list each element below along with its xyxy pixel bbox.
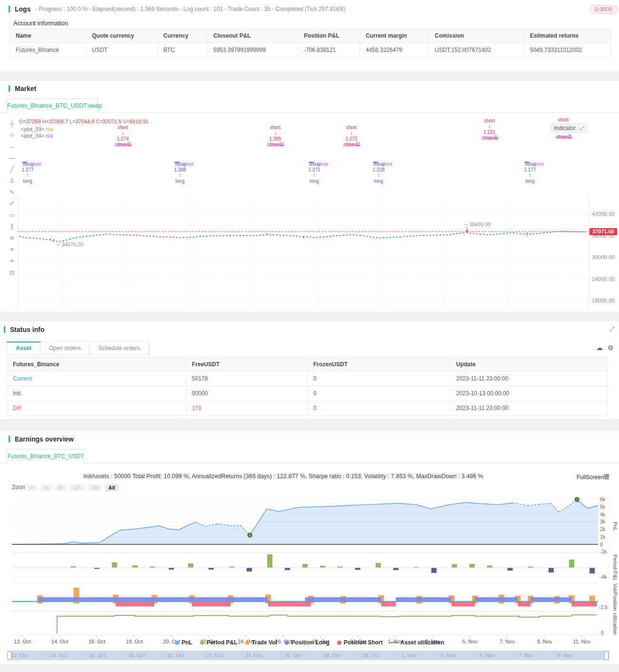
plot-legend-row: <plot_34> n/a — [21, 132, 53, 139]
period-pnl-bar[interactable] — [320, 566, 325, 568]
period-pnl-bar[interactable] — [267, 554, 272, 568]
fullscreen-button[interactable]: FullScreen — [577, 474, 604, 481]
status-row: Init5000002023-10-13 00:00:00 — [7, 386, 608, 401]
legend-item-trade-vol[interactable]: Trade Vol — [245, 639, 277, 646]
status-cell: Init — [7, 386, 186, 401]
logs-meta: - Progress : 100.0 % - Elapsed(second) :… — [35, 6, 345, 12]
svg-text:42000.00: 42000.00 — [592, 211, 615, 217]
range-navigator[interactable]: 12. Oct14. Oct16. Oct18. Oct20. Oct22. O… — [7, 651, 609, 660]
legend-item-position-long[interactable]: Position Long — [285, 639, 329, 646]
period-pnl-bar[interactable] — [393, 568, 399, 570]
position-short-band[interactable] — [518, 602, 530, 607]
period-pnl-bar[interactable] — [209, 568, 214, 570]
period-pnl-bar[interactable] — [285, 568, 290, 570]
status-tab-open-orders[interactable]: Open orders — [40, 342, 90, 354]
period-pnl-bar[interactable] — [589, 568, 595, 573]
period-pnl-bar[interactable] — [302, 564, 308, 568]
svg-text:2k: 2k — [600, 526, 606, 532]
utilization-pane: 0 — [57, 615, 604, 636]
svg-text:-1k: -1k — [600, 549, 607, 554]
zoom-button-8h[interactable]: 8h — [55, 484, 67, 491]
navigator-left-handle[interactable] — [7, 652, 11, 660]
indicator-button[interactable]: Indicator ⤢ — [550, 123, 588, 133]
pnl-marker-dot[interactable] — [248, 533, 252, 537]
legend-item-pnl[interactable]: PnL — [175, 639, 192, 646]
navigator-label: 22. Oct — [206, 651, 223, 660]
period-pnl-bar[interactable] — [247, 568, 252, 572]
position-long-band[interactable] — [396, 597, 451, 602]
status-cell[interactable]: Current — [7, 371, 186, 386]
account-cell: 4458.3226479 — [360, 43, 429, 58]
position-short-band[interactable] — [116, 602, 154, 607]
collapse-icon[interactable]: ⤢ — [609, 325, 614, 333]
zoom-button-3h[interactable]: 3h — [40, 484, 52, 491]
period-pnl-bar[interactable] — [169, 568, 174, 570]
earnings-accent-bar — [9, 436, 10, 442]
period-pnl-bar[interactable] — [112, 562, 117, 568]
position-short-band[interactable] — [572, 602, 597, 607]
position-short-band[interactable] — [451, 602, 475, 607]
earnings-chart: 6k5k4k3k2k1k0-1k-4k-2.50PnLPeriod P&LVol… — [0, 495, 619, 648]
svg-text:3k: 3k — [600, 519, 606, 524]
position-long-band[interactable] — [530, 597, 571, 602]
position-short-band[interactable] — [192, 602, 230, 607]
navigator-label: 26. Oct — [284, 651, 301, 660]
chart-menu-icon[interactable]: ≣ — [603, 472, 609, 481]
period-pnl-bar[interactable] — [188, 563, 193, 568]
period-pnl-bar[interactable] — [431, 568, 437, 573]
zoom-button-24h[interactable]: 24h — [87, 484, 102, 491]
status-cell: 50000 — [186, 386, 308, 401]
candlestick-series — [20, 227, 585, 243]
period-pnl-bar[interactable] — [549, 568, 554, 572]
navigator-label: 9. Nov — [558, 651, 573, 660]
svg-text:-2.5: -2.5 — [599, 604, 608, 610]
utilization-line — [57, 615, 597, 633]
period-pnl-bar[interactable] — [376, 563, 381, 568]
logs-title: Logs — [15, 5, 30, 13]
settings-gear-icon[interactable]: ⚙ — [608, 344, 614, 351]
period-pnl-bar[interactable] — [487, 566, 492, 568]
navigator-label: 18. Oct — [128, 651, 145, 660]
close-price-line — [20, 231, 584, 241]
legend-dot-icon — [175, 641, 179, 645]
download-icon[interactable]: ☁ — [596, 344, 603, 351]
expand-icon[interactable]: ⤢ — [579, 125, 584, 131]
status-tab-schedule-orders[interactable]: Schedule orders — [90, 342, 149, 354]
position-long-band[interactable] — [305, 597, 381, 602]
section-divider — [0, 312, 619, 321]
navigator-label: 12. Oct — [11, 651, 28, 660]
svg-text:30000.00: 30000.00 — [592, 254, 615, 260]
position-short-band[interactable] — [268, 602, 311, 607]
position-long-band[interactable] — [38, 597, 268, 602]
position-short-band[interactable] — [381, 602, 396, 607]
pnl-marker-dot[interactable] — [575, 497, 579, 501]
plot-legend-row: <plot_33> n/a — [21, 126, 53, 132]
zoom-button-12h[interactable]: 12h — [70, 484, 85, 491]
period-pnl-bar[interactable] — [569, 560, 574, 568]
period-pnl-bar[interactable] — [469, 564, 475, 568]
navigator-label: 7. Nov — [519, 651, 534, 660]
navigator-label: 30. Oct — [362, 651, 379, 660]
legend-item-period-p-l[interactable]: Period P&L — [200, 639, 238, 646]
legend-item-position-short[interactable]: Position Short — [337, 639, 383, 646]
navigator-label: 5. Nov — [479, 651, 495, 660]
period-pnl-bar[interactable] — [132, 565, 138, 568]
period-pnl-bar[interactable] — [355, 568, 360, 570]
earnings-axis-titles: PnLPeriod P&LVol/Positionutilization — [612, 522, 618, 635]
legend-dot-icon — [337, 641, 341, 645]
status-tab-asset[interactable]: Asset — [7, 342, 40, 354]
logs-accent-bar — [9, 6, 10, 12]
zoom-button-1h[interactable]: 1h — [25, 484, 37, 491]
status-col-header: FreeUSDT — [186, 358, 308, 371]
zoom-button-all[interactable]: All — [105, 484, 118, 491]
svg-text:0: 0 — [600, 542, 603, 547]
logs-section: Logs - Progress : 100.0 % - Elapsed(seco… — [0, 0, 619, 71]
position-long-band[interactable] — [475, 597, 518, 602]
market-tab[interactable]: Futures_Binance_BTC_USDT:swap — [7, 99, 98, 113]
period-pnl-bar[interactable] — [452, 564, 457, 568]
navigator-right-handle[interactable] — [604, 652, 609, 660]
status-cell: 0 — [308, 371, 450, 386]
period-pnl-bar[interactable] — [508, 568, 513, 571]
earnings-tab[interactable]: Futures_Binance_BTC_USDT — [7, 449, 85, 464]
legend-item-asset-utilization[interactable]: Asset utilization — [390, 639, 444, 646]
